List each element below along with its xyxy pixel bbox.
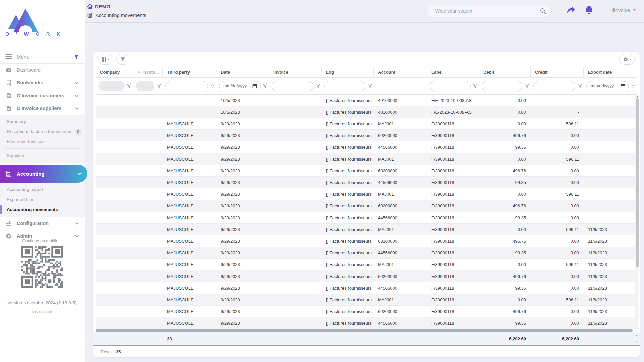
table-row[interactable]: MAJUSCULE9/29/2023[] Factures fournisseu…	[96, 259, 637, 270]
column-header-account[interactable]: Account	[374, 67, 427, 77]
vertical-scrollbar[interactable]: ▲	[635, 95, 639, 329]
filter-input-label[interactable]	[430, 81, 471, 91]
sidebar-subitem-summary[interactable]: Summary	[0, 117, 85, 127]
filter-input-credit[interactable]	[533, 81, 575, 91]
table-row[interactable]: MAJUSCULE9/29/2023[] Factures fournisseu…	[96, 141, 637, 153]
column-header-company[interactable]: Company	[96, 67, 133, 77]
table-row[interactable]: MAJUSCULE9/29/2023[] Factures fournisseu…	[96, 130, 637, 141]
table-row[interactable]: MAJUSCULE9/29/2023[] Factures fournisseu…	[96, 153, 637, 165]
cell-log: [] Factures fournisseurs	[322, 306, 374, 317]
table-settings-button[interactable]	[619, 54, 635, 65]
cell-label: F/39000118	[427, 235, 479, 247]
scroll-down-arrow[interactable]: ▼	[634, 340, 639, 344]
filter-date-input-export-date[interactable]: mm/dd/yyyy	[586, 81, 629, 91]
funnel-filter-icon[interactable]	[367, 83, 372, 88]
column-header-log[interactable]: Log	[322, 67, 374, 77]
search-icon[interactable]	[540, 8, 546, 14]
funnel-filter-icon[interactable]	[263, 83, 268, 88]
columns-button[interactable]	[98, 54, 113, 65]
column-header-third-party[interactable]: Third party	[163, 67, 216, 77]
share-icon[interactable]	[566, 5, 576, 15]
app-badge[interactable]: DEMO	[95, 4, 110, 9]
table-row[interactable]: 10/5/2023[] Factures fournisseurs4010000…	[96, 95, 637, 106]
calendar-icon[interactable]	[252, 84, 257, 88]
filter-cell-invoice	[269, 78, 322, 94]
table-row[interactable]: MAJUSCULE9/29/2023[] Factures fournisseu…	[96, 212, 637, 224]
table-row[interactable]: 10/5/2023[] Factures fournisseurs4010000…	[96, 106, 637, 118]
scroll-up-arrow[interactable]: ▲	[635, 95, 640, 99]
sidebar-item-configuration[interactable]: Configuration	[0, 217, 85, 230]
funnel-filter-icon[interactable]	[577, 83, 582, 88]
table-row[interactable]: MAJUSCULE9/29/2023[] Factures fournisseu…	[96, 235, 637, 247]
cell-account: 60200000	[374, 235, 427, 247]
funnel-filter-icon[interactable]	[210, 83, 215, 88]
cell-date: 9/29/2023	[216, 270, 269, 282]
table-row[interactable]: MAJUSCULE9/29/2023[] Factures fournisseu…	[96, 200, 637, 212]
sidebar-subitem-suppliers[interactable]: Suppliers	[0, 150, 85, 161]
table-row[interactable]: MAJUSCULE9/29/2023[] Factures fournisseu…	[96, 247, 637, 259]
table-row[interactable]: MAJUSCULE9/29/2023[] Factures fournisseu…	[96, 118, 637, 130]
cell-institu	[133, 317, 163, 329]
column-header-institu[interactable]: Institu...	[133, 67, 163, 77]
vertical-scrollbar-thumb[interactable]	[636, 99, 639, 267]
global-search[interactable]	[426, 5, 551, 17]
cell-third-party: MAJUSCULE	[163, 247, 216, 258]
column-header-debit[interactable]: Debit	[479, 67, 531, 77]
column-header-date[interactable]: Date	[216, 67, 269, 77]
sidebar-subitem-accounting-export[interactable]: Accounting export	[0, 185, 85, 195]
column-label: Account	[378, 67, 395, 77]
filter-button[interactable]	[116, 54, 129, 65]
table-row[interactable]: MAJUSCULE9/29/2023[] Factures fournisseu…	[96, 177, 637, 188]
notifications-bell-icon[interactable]	[584, 5, 594, 15]
sidebar-subitem-exported-files[interactable]: Exported files	[0, 195, 85, 205]
funnel-filter-icon[interactable]	[127, 83, 132, 88]
cell-institu	[133, 294, 163, 305]
horizontal-scrollbar[interactable]	[96, 329, 633, 332]
filter-input-log[interactable]	[324, 81, 365, 91]
legal-notice-link[interactable]: Legal notice	[0, 309, 84, 313]
table-row[interactable]: MAJUSCULE9/29/2023[] Factures fournisseu…	[96, 306, 637, 317]
funnel-filter-icon[interactable]	[315, 83, 320, 88]
column-header-invoice[interactable]: Invoice	[269, 67, 322, 77]
cell-debit: 496.76	[479, 270, 531, 282]
filter-date-input-date[interactable]: mm/dd/yyyy	[219, 81, 261, 91]
gear-icon	[623, 57, 628, 62]
hamburger-icon[interactable]	[5, 53, 12, 61]
funnel-filter-icon[interactable]	[473, 83, 478, 88]
sidebar-item-dashboard[interactable]: Dashboard	[0, 64, 85, 76]
filter-input-third-party[interactable]	[165, 81, 208, 91]
sidebar-item-oinvoice-suppliers[interactable]: O'Invoice suppliers	[0, 102, 85, 115]
calendar-icon[interactable]	[621, 84, 625, 88]
sidebar-item-accounting[interactable]: Accounting	[0, 165, 87, 183]
table-row[interactable]: MAJUSCULE9/29/2023[] Factures fournisseu…	[96, 294, 637, 306]
funnel-filter-icon[interactable]	[156, 83, 161, 88]
funnel-filter-icon[interactable]	[631, 83, 636, 88]
cell-third-party	[163, 95, 216, 106]
table-row[interactable]: MAJUSCULE9/29/2023[] Factures fournisseu…	[96, 270, 637, 282]
cell-account: MAJ001	[374, 224, 427, 235]
table-row[interactable]: MAJUSCULE9/29/2023[] Factures fournisseu…	[96, 165, 637, 177]
column-header-credit[interactable]: Credit	[531, 67, 584, 77]
filter-cell-export-date: mm/dd/yyyy	[584, 78, 637, 94]
table-row[interactable]: MAJUSCULE9/29/2023[] Factures fournisseu…	[96, 317, 637, 329]
sidebar-item-bookmarks[interactable]: Bookmarks	[0, 76, 85, 89]
scroll-up-arrow[interactable]: ▲	[634, 333, 639, 338]
table-row[interactable]: MAJUSCULE9/29/2023[] Factures fournisseu…	[96, 188, 637, 200]
pin-icon[interactable]	[74, 54, 79, 60]
funnel-filter-icon[interactable]	[524, 83, 529, 88]
column-header-label[interactable]: Label	[427, 67, 479, 77]
filter-input-debit[interactable]	[482, 81, 522, 91]
sidebar-subitem-electronic-invoices[interactable]: Electronic Invoices	[0, 137, 85, 147]
cell-institu	[133, 259, 163, 270]
sidebar-item-oinvoice-customers[interactable]: O'Invoice customers	[0, 89, 85, 102]
table-row[interactable]: MAJUSCULE9/29/2023[] Factures fournisseu…	[96, 224, 637, 235]
filter-input-invoice[interactable]	[272, 81, 313, 91]
expand-column-icon[interactable]	[138, 71, 140, 74]
sidebar-subitem-accounting-movements[interactable]: Accounting movements	[0, 205, 85, 215]
user-menu[interactable]: dinvoice	[611, 7, 636, 13]
sidebar-subitem-r-ceptions-factures-fournisseurs[interactable]: Réceptions factures fournisseurs0	[0, 127, 85, 137]
table-row[interactable]: MAJUSCULE9/29/2023[] Factures fournisseu…	[96, 282, 637, 294]
search-input[interactable]	[435, 8, 540, 14]
home-icon[interactable]	[87, 4, 93, 9]
column-header-export-date[interactable]: Export date	[584, 67, 637, 77]
